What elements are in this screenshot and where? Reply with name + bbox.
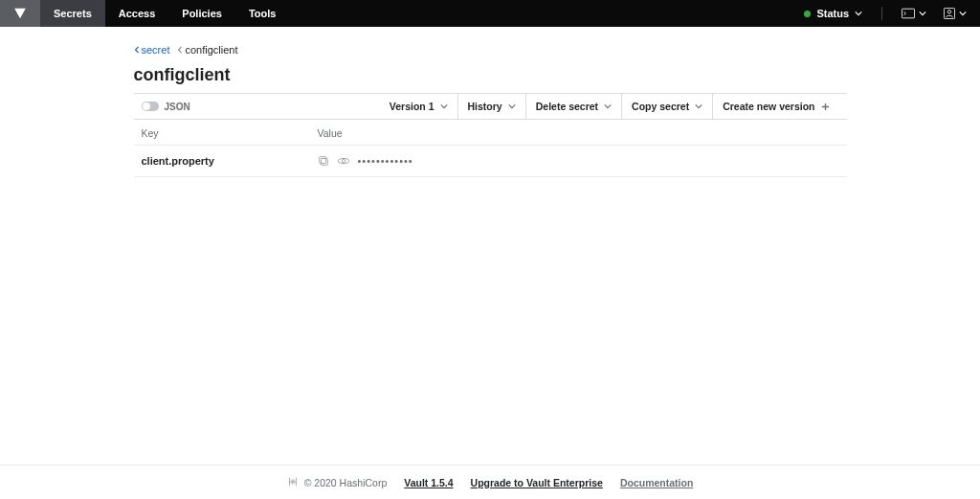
chevron-down-icon xyxy=(508,102,516,110)
breadcrumb-parent[interactable]: secret xyxy=(134,44,170,56)
nav-divider xyxy=(881,7,882,20)
footer-docs-link[interactable]: Documentation xyxy=(620,477,693,488)
page-title: configclient xyxy=(134,65,847,85)
footer-version-link[interactable]: Vault 1.5.4 xyxy=(404,477,453,488)
history-label: History xyxy=(468,101,502,112)
chevron-down-icon xyxy=(959,10,967,17)
table-row: client.property •••••••••••• xyxy=(134,145,847,177)
chevron-down-icon xyxy=(604,102,612,110)
status-dropdown[interactable]: Status xyxy=(800,7,866,20)
chevron-down-icon xyxy=(440,102,448,110)
nav-item-access[interactable]: Access xyxy=(105,0,169,27)
delete-secret-dropdown[interactable]: Delete secret xyxy=(525,94,621,119)
masked-value: •••••••••••• xyxy=(358,155,413,167)
copy-secret-label: Copy secret xyxy=(632,101,689,112)
status-indicator-icon xyxy=(804,11,811,17)
version-label: Version 1 xyxy=(390,101,434,112)
delete-secret-label: Delete secret xyxy=(536,101,598,112)
row-key: client.property xyxy=(142,155,318,167)
svg-rect-0 xyxy=(902,9,914,18)
create-version-label: Create new version xyxy=(723,101,814,112)
breadcrumb-parent-label: secret xyxy=(142,44,170,56)
svg-rect-4 xyxy=(319,157,325,164)
toggle-switch-icon xyxy=(142,102,159,111)
copy-icon[interactable] xyxy=(318,155,329,167)
breadcrumb: secret configclient xyxy=(134,44,847,56)
column-header-value: Value xyxy=(318,127,839,139)
nav-item-secrets[interactable]: Secrets xyxy=(40,0,105,27)
chevron-down-icon xyxy=(855,7,862,20)
footer: © 2020 HashiCorp Vault 1.5.4 Upgrade to … xyxy=(0,465,980,499)
json-toggle-label: JSON xyxy=(165,102,190,112)
copy-secret-dropdown[interactable]: Copy secret xyxy=(621,94,712,119)
user-icon xyxy=(944,8,955,19)
history-dropdown[interactable]: History xyxy=(457,94,525,119)
chevron-left-icon xyxy=(134,44,140,56)
breadcrumb-current-label: configclient xyxy=(185,44,237,56)
nav-item-policies[interactable]: Policies xyxy=(168,0,235,27)
nav-items: Secrets Access Policies Tools xyxy=(40,0,289,27)
create-version-button[interactable]: Create new version xyxy=(712,94,838,119)
chevron-down-icon xyxy=(919,10,926,17)
main-content: secret configclient configclient JSON Ve… xyxy=(0,27,980,465)
user-dropdown[interactable] xyxy=(940,8,970,19)
chevron-down-icon xyxy=(695,102,702,110)
hashicorp-logo-icon xyxy=(287,476,299,489)
plus-icon xyxy=(821,102,830,111)
terminal-icon xyxy=(902,8,915,19)
status-label: Status xyxy=(816,8,849,19)
top-navbar: Secrets Access Policies Tools Status xyxy=(0,0,980,27)
breadcrumb-current: configclient xyxy=(177,44,237,56)
column-header-key: Key xyxy=(142,127,318,139)
vault-logo[interactable] xyxy=(0,0,40,27)
version-dropdown[interactable]: Version 1 xyxy=(380,94,457,119)
footer-upgrade-link[interactable]: Upgrade to Vault Enterprise xyxy=(471,477,603,488)
svg-point-2 xyxy=(947,11,950,13)
nav-item-tools[interactable]: Tools xyxy=(235,0,290,27)
svg-rect-3 xyxy=(321,158,327,165)
vault-logo-icon xyxy=(13,7,27,20)
secret-toolbar: JSON Version 1 History Delete secret Cop… xyxy=(134,93,847,120)
chevron-left-icon xyxy=(177,44,183,56)
json-toggle[interactable]: JSON xyxy=(142,102,190,112)
footer-copyright: © 2020 HashiCorp xyxy=(304,477,388,488)
svg-point-5 xyxy=(342,159,345,163)
console-dropdown[interactable] xyxy=(898,8,930,19)
nav-right: Status xyxy=(800,0,980,27)
eye-icon[interactable] xyxy=(337,155,350,167)
table-header: Key Value xyxy=(134,120,847,145)
